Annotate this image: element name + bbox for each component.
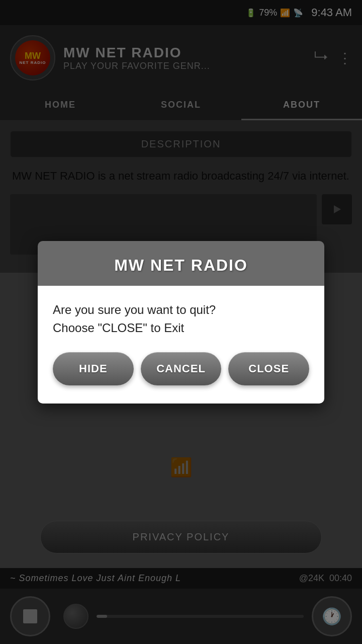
hide-button[interactable]: HIDE [53, 352, 134, 385]
dialog-buttons: HIDE CANCEL CLOSE [53, 352, 309, 385]
dialog-message: Are you sure you want to quit?Choose "CL… [53, 301, 309, 337]
dialog-header: MW NET RADIO [38, 241, 324, 286]
dialog-body: Are you sure you want to quit?Choose "CL… [38, 286, 324, 404]
dialog-title: MW NET RADIO [48, 256, 314, 275]
cancel-button[interactable]: CANCEL [141, 352, 222, 385]
quit-dialog: MW NET RADIO Are you sure you want to qu… [38, 241, 324, 404]
close-button[interactable]: CLOSE [228, 352, 309, 385]
dialog-overlay: MW NET RADIO Are you sure you want to qu… [0, 0, 362, 644]
